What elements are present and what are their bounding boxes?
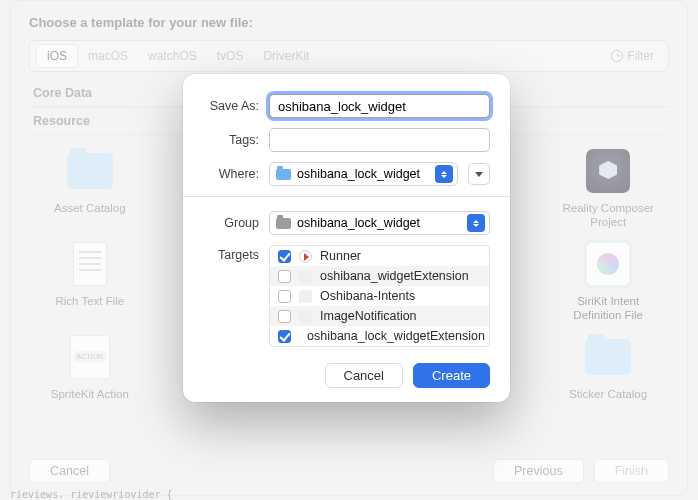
template-sticker-catalog[interactable]: Sticker Catalog: [547, 333, 669, 415]
tab-driverkit[interactable]: DriverKit: [253, 45, 319, 67]
target-checkbox[interactable]: [278, 330, 291, 343]
action-icon: ACTION: [70, 335, 110, 379]
tab-tvos[interactable]: tvOS: [207, 45, 254, 67]
group-value: oshibana_lock_widget: [297, 216, 420, 230]
tab-macos[interactable]: macOS: [78, 45, 138, 67]
filter-placeholder: Filter: [627, 49, 654, 63]
where-label: Where:: [203, 167, 259, 181]
targets-label: Targets: [203, 245, 259, 347]
filter-field[interactable]: Filter: [603, 49, 662, 63]
target-name: ImageNotification: [320, 309, 417, 323]
folder-icon: [67, 153, 113, 189]
where-popup[interactable]: oshibana_lock_widget: [269, 162, 458, 186]
target-name: oshibana_lock_widgetExtension: [307, 329, 485, 343]
template-asset-catalog[interactable]: Asset Catalog: [29, 147, 151, 230]
previous-button[interactable]: Previous: [493, 459, 584, 483]
template-reality-composer[interactable]: Reality Composer Project: [547, 147, 669, 230]
app-target-icon: [299, 250, 312, 263]
folder-icon: [276, 169, 291, 180]
save-as-input[interactable]: [269, 94, 490, 118]
target-checkbox[interactable]: [278, 310, 291, 323]
panel-header: Choose a template for your new file:: [29, 15, 669, 30]
siri-icon: [586, 242, 630, 286]
extension-target-icon: [299, 290, 312, 303]
tags-label: Tags:: [203, 133, 259, 147]
cancel-button[interactable]: Cancel: [325, 363, 403, 388]
divider: [183, 196, 510, 197]
document-icon: [73, 242, 107, 286]
extension-target-icon: [299, 270, 312, 283]
tab-ios[interactable]: iOS: [36, 44, 78, 68]
expand-save-button[interactable]: [468, 163, 490, 185]
sheet-footer: Cancel Create: [203, 363, 490, 388]
target-name: oshibana_widgetExtension: [320, 269, 469, 283]
targets-list: Runner oshibana_widgetExtension Oshibana…: [269, 245, 490, 347]
panel-footer: Cancel Previous Finish: [29, 459, 669, 483]
cube-icon: [586, 149, 630, 193]
platform-tabbar: iOS macOS watchOS tvOS DriverKit Filter: [29, 40, 669, 72]
target-name: Runner: [320, 249, 361, 263]
filter-icon: [611, 50, 623, 62]
target-checkbox[interactable]: [278, 290, 291, 303]
group-popup[interactable]: oshibana_lock_widget: [269, 211, 490, 235]
finish-button[interactable]: Finish: [594, 459, 669, 483]
save-sheet: Save As: Tags: Where: oshibana_lock_widg…: [183, 74, 510, 402]
target-row-widget-ext[interactable]: oshibana_widgetExtension: [270, 266, 489, 286]
template-rich-text[interactable]: Rich Text File: [29, 240, 151, 323]
target-checkbox[interactable]: [278, 270, 291, 283]
target-name: Oshibana-Intents: [320, 289, 415, 303]
template-spritekit-action[interactable]: ACTIONSpriteKit Action: [29, 333, 151, 415]
target-checkbox[interactable]: [278, 250, 291, 263]
chevron-down-icon: [475, 172, 483, 177]
target-row-lock-widget-ext[interactable]: oshibana_lock_widgetExtension: [270, 326, 489, 346]
tags-input[interactable]: [269, 128, 490, 152]
tab-watchos[interactable]: watchOS: [138, 45, 207, 67]
folder-icon: [276, 218, 291, 229]
template-sirikit-intent[interactable]: SiriKit Intent Definition File: [547, 240, 669, 323]
where-value: oshibana_lock_widget: [297, 167, 420, 181]
group-label: Group: [203, 216, 259, 230]
save-as-label: Save As:: [203, 99, 259, 113]
cancel-button[interactable]: Cancel: [29, 459, 110, 483]
background-code-line: rieviews. rieviewriovider {: [10, 489, 173, 500]
target-row-intents[interactable]: Oshibana-Intents: [270, 286, 489, 306]
target-row-image-notification[interactable]: ImageNotification: [270, 306, 489, 326]
folder-icon: [585, 339, 631, 375]
popup-arrows-icon: [435, 165, 453, 183]
extension-target-icon: [299, 310, 312, 323]
popup-arrows-icon: [467, 214, 485, 232]
create-button[interactable]: Create: [413, 363, 490, 388]
target-row-runner[interactable]: Runner: [270, 246, 489, 266]
